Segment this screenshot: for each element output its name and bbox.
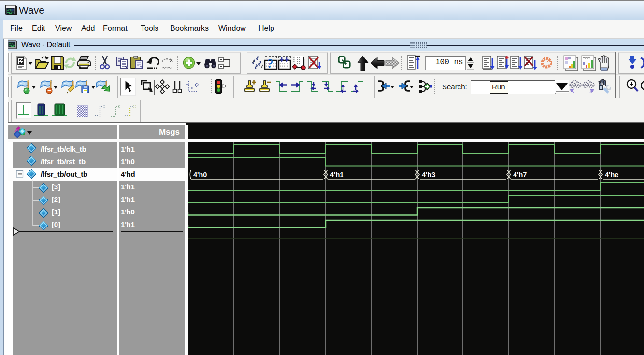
svg-text:4'h7: 4'h7: [513, 171, 527, 179]
svg-text:4'he: 4'he: [605, 171, 618, 179]
svg-text:4'h0: 4'h0: [193, 171, 207, 179]
svg-text:4'h1: 4'h1: [330, 171, 343, 179]
svg-text:4'h3: 4'h3: [422, 171, 435, 179]
